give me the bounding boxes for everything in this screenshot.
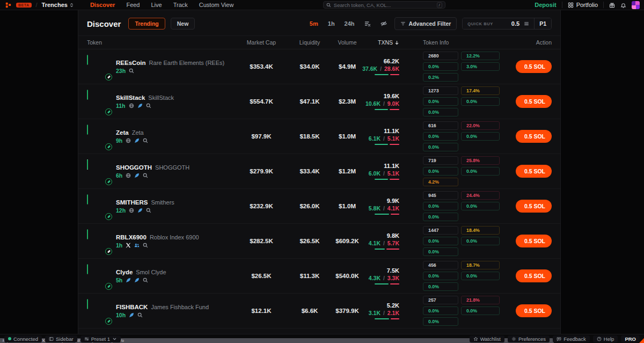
app-logo-icon[interactable] (4, 1, 12, 9)
search-icon[interactable] (129, 68, 134, 74)
preferences-button[interactable]: Preferences (508, 335, 550, 342)
token-image[interactable] (87, 55, 88, 65)
search-icon[interactable] (143, 243, 148, 248)
globe-icon[interactable] (126, 173, 131, 178)
list-remove-icon[interactable] (364, 20, 371, 27)
feather-icon[interactable] (129, 312, 134, 318)
token-image-wrap[interactable] (87, 300, 109, 322)
quick-buy-row-button[interactable]: 0.5 SOL (516, 269, 552, 282)
feather-icon[interactable] (137, 103, 143, 108)
pro-badge[interactable]: PRO (621, 335, 640, 342)
token-image-wrap[interactable] (87, 265, 109, 287)
feather-icon[interactable] (134, 138, 140, 143)
token-row[interactable]: SkillStack SkillStack 11h $554.7K $47.1K… (78, 84, 560, 119)
token-image-wrap[interactable] (87, 230, 109, 252)
feedback-button[interactable]: Feedback (553, 335, 590, 342)
txns-separator: / (380, 65, 382, 72)
token-image-wrap[interactable] (87, 195, 109, 217)
eye-off-icon[interactable] (380, 20, 387, 27)
community-icon[interactable] (134, 243, 140, 248)
quick-buy-row-button[interactable]: 0.5 SOL (516, 304, 552, 317)
quick-buy-value[interactable]: 0.5 (511, 20, 519, 27)
col-header-txns[interactable]: TXNS (366, 39, 399, 46)
token-symbol[interactable]: Clyde (116, 269, 133, 275)
search-icon[interactable] (146, 208, 151, 213)
search-icon[interactable] (143, 278, 148, 283)
token-image[interactable] (87, 299, 88, 309)
token-row[interactable]: REEsCoin Rare Earth Elements (REEs) 23h … (78, 49, 560, 84)
col-header-token[interactable]: Token (87, 39, 232, 46)
token-symbol[interactable]: Zeta (116, 129, 129, 136)
token-image[interactable] (87, 159, 88, 170)
quick-buy-row-button[interactable]: 0.5 SOL (516, 95, 552, 108)
help-button[interactable]: Help (593, 335, 618, 342)
nav-custom-view[interactable]: Custom View (199, 2, 234, 8)
watchlist-button[interactable]: Watchlist (470, 335, 504, 342)
feather-icon[interactable] (137, 208, 143, 213)
token-image-wrap[interactable] (87, 55, 109, 78)
globe-icon[interactable] (129, 208, 134, 213)
quick-buy-row-button[interactable]: 0.5 SOL (516, 130, 552, 143)
token-image[interactable] (87, 194, 88, 205)
globe-icon[interactable] (126, 138, 131, 143)
timeframe-5m[interactable]: 5m (310, 20, 318, 27)
token-image[interactable] (87, 90, 88, 100)
token-row[interactable]: FISHBACK James Fishback Fund 10h $12.1K … (78, 294, 560, 329)
nav-discover[interactable]: Discover (90, 2, 115, 8)
tab-trending[interactable]: Trending (128, 18, 165, 30)
search-icon[interactable] (137, 312, 143, 318)
tab-new[interactable]: New (171, 18, 195, 30)
rewards-gift-button[interactable] (609, 2, 615, 8)
nav-track[interactable]: Track (173, 2, 188, 8)
token-image[interactable] (87, 229, 88, 239)
token-image-wrap[interactable] (87, 160, 109, 183)
preset-p1-button[interactable]: P1 (534, 18, 551, 29)
timeframe-1h[interactable]: 1h (328, 20, 335, 27)
token-row[interactable]: RBLX6900 Roblox Index 6900 1h $282.5K $2… (78, 224, 560, 259)
token-image-wrap[interactable] (87, 90, 109, 113)
quick-buy-row-button[interactable]: 0.5 SOL (516, 60, 552, 73)
token-row[interactable]: SMITHERS Smithers 12h $232.9K $26.0K $1.… (78, 189, 560, 224)
search-input[interactable] (334, 2, 434, 8)
token-symbol[interactable]: SMITHERS (116, 199, 148, 206)
token-symbol[interactable]: SkillStack (116, 94, 145, 101)
quick-buy-row-button[interactable]: 0.5 SOL (516, 235, 552, 247)
token-image[interactable] (87, 264, 88, 274)
feather-icon[interactable] (126, 278, 131, 283)
feather-icon[interactable] (134, 173, 140, 178)
deposit-button[interactable]: Deposit (535, 2, 556, 8)
notifications-bell-button[interactable] (620, 2, 626, 8)
timeframe-24h[interactable]: 24h (345, 20, 355, 27)
quick-buy-row-button[interactable]: 0.5 SOL (516, 165, 552, 178)
col-header-liquidity[interactable]: Liquidity (291, 39, 328, 46)
x-icon[interactable] (126, 243, 131, 248)
workspace-switcher[interactable]: Trenches (42, 2, 74, 8)
quick-buy-amount[interactable]: QUICK BUY 0.5 (463, 18, 534, 29)
search-icon[interactable] (143, 138, 148, 143)
token-row[interactable]: Clyde Smol Clyde 5h $26.5K $11.3K $540.0… (78, 259, 560, 294)
sidebar-toggle[interactable]: Sidebar (45, 335, 77, 342)
preset-selector[interactable]: Preset 1 (80, 335, 121, 342)
search-box[interactable]: / (323, 1, 445, 9)
token-image[interactable] (87, 125, 88, 135)
token-row[interactable]: SHOGGOTH SHOGGOTH 6h $279.9K $33.4K $1.2… (78, 154, 560, 189)
col-header-market-cap[interactable]: Market Cap (232, 39, 291, 46)
token-symbol[interactable]: SHOGGOTH (116, 164, 152, 171)
globe-icon[interactable] (129, 103, 134, 108)
user-avatar[interactable] (632, 1, 640, 9)
quick-buy-row-button[interactable]: 0.5 SOL (516, 200, 552, 213)
nav-feed[interactable]: Feed (126, 2, 140, 8)
col-header-volume[interactable]: Volume (328, 39, 366, 46)
token-symbol[interactable]: RBLX6900 (116, 234, 147, 240)
token-row[interactable]: Zeta Zeta 9h $97.9K $18.5K $1.0M 11.1K 6… (78, 119, 560, 154)
search-icon[interactable] (143, 173, 148, 178)
nav-live[interactable]: Live (151, 2, 162, 8)
advanced-filter-button[interactable]: Advanced Filter (394, 17, 457, 30)
portfolio-button[interactable]: Portfolio (568, 2, 598, 8)
token-symbol[interactable]: FISHBACK (116, 304, 148, 310)
menu-lines-icon[interactable] (524, 21, 529, 26)
token-image-wrap[interactable] (87, 125, 109, 148)
feather-icon[interactable] (134, 278, 140, 283)
token-symbol[interactable]: REEsCoin (116, 60, 146, 66)
search-icon[interactable] (146, 103, 151, 108)
